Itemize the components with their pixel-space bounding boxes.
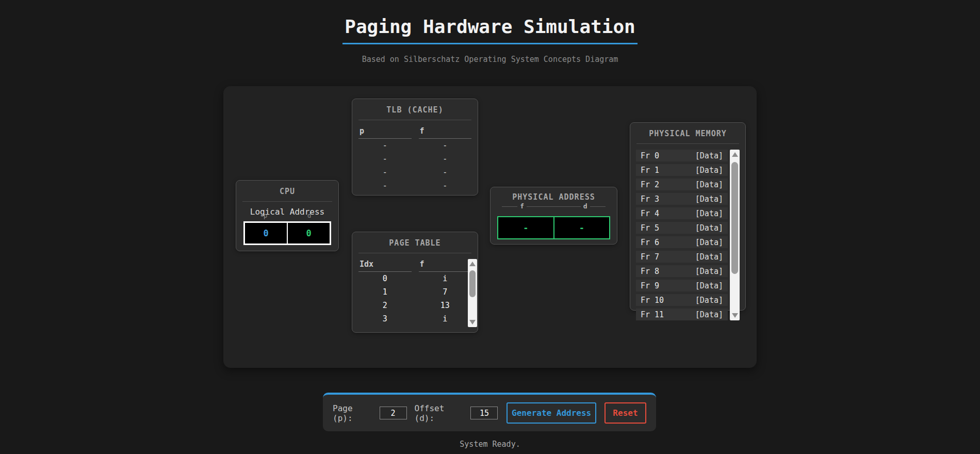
memory-frame-row: Fr 3 [Data]: [636, 193, 728, 205]
frame-label: Fr 4: [641, 209, 659, 218]
frame-label: Fr 10: [641, 296, 664, 305]
frame-data: [Data]: [695, 180, 723, 189]
page-table: Idx 0123 f i713i: [352, 258, 478, 326]
page-table-header-f: f: [419, 258, 472, 272]
control-bar: Page (p): Offset (d): Generate Address R…: [323, 393, 656, 431]
generate-address-button[interactable]: Generate Address: [507, 402, 596, 424]
offset-input-label: Offset (d):: [415, 403, 467, 423]
memory-frame-row: Fr 2 [Data]: [636, 179, 728, 190]
frame-data: [Data]: [695, 267, 723, 276]
page-table-column-idx: Idx 0123: [358, 258, 412, 326]
scrollbar-thumb[interactable]: [469, 270, 476, 297]
d-field-label: d: [554, 202, 617, 210]
memory-frame-row: Fr 9 [Data]: [636, 280, 728, 291]
divider: [636, 143, 739, 144]
memory-frame-row: Fr 8 [Data]: [636, 265, 728, 277]
frame-label: Fr 8: [641, 267, 659, 276]
physical-address-title: PHYSICAL ADDRESS: [491, 187, 617, 202]
logical-address-box: 0 0: [243, 221, 331, 245]
scroll-up-icon[interactable]: [469, 262, 476, 266]
physical-memory-panel: PHYSICAL MEMORY Fr 0 [Data] Fr 1 [Data] …: [630, 122, 746, 311]
physical-memory-list: Fr 0 [Data] Fr 1 [Data] Fr 2 [Data] Fr 3…: [636, 150, 728, 323]
frame-data: [Data]: [695, 238, 723, 247]
reset-button[interactable]: Reset: [605, 402, 646, 424]
frame-data: [Data]: [695, 223, 723, 233]
frame-label: Fr 6: [641, 238, 659, 247]
page-table-idx-cells: 0123: [358, 272, 412, 326]
tlb-cell: -: [358, 152, 412, 166]
tlb-title: TLB (CACHE): [352, 99, 478, 115]
tlb-cell: -: [358, 179, 412, 192]
frame-label: Fr 5: [641, 223, 659, 233]
tlb-cell: -: [419, 152, 472, 166]
frame-label: Fr 0: [641, 151, 659, 160]
frame-data: [Data]: [695, 281, 723, 290]
memory-frame-row: Fr 4 [Data]: [636, 207, 728, 219]
tlb-cell: -: [419, 166, 472, 179]
status-text: System Ready.: [0, 440, 980, 449]
page-subtitle: Based on Silberschatz Operating System C…: [0, 55, 980, 64]
page-title: Paging Hardware Simulation: [342, 15, 638, 44]
frame-label: Fr 2: [641, 180, 659, 189]
page-table-f-cells: i713i: [419, 272, 472, 326]
physical-address-box: - -: [497, 216, 610, 239]
header: Paging Hardware Simulation Based on Silb…: [0, 0, 980, 64]
tlb-cell: -: [358, 139, 412, 152]
page-table-cell: 0: [358, 272, 412, 285]
memory-frame-row: Fr 5 [Data]: [636, 222, 728, 234]
divider: [358, 120, 471, 120]
frame-data: [Data]: [695, 151, 723, 160]
physical-memory-scrollbar[interactable]: [730, 150, 740, 320]
scroll-down-icon[interactable]: [732, 313, 738, 318]
offset-input[interactable]: [470, 407, 498, 419]
tlb-p-cells: ----: [358, 139, 412, 192]
page-table-scrollbar[interactable]: [468, 259, 477, 327]
page-input[interactable]: [380, 407, 407, 419]
scroll-up-icon[interactable]: [732, 152, 738, 157]
f-field-label: f: [491, 202, 554, 210]
page-table-cell: 1: [358, 285, 412, 299]
memory-frame-row: Fr 7 [Data]: [636, 251, 728, 263]
page-table-cell: i: [419, 312, 472, 326]
frame-data: [Data]: [695, 296, 723, 305]
page-table-cell: 2: [358, 299, 412, 312]
page-table-cell: 7: [419, 285, 472, 299]
frame-data: [Data]: [695, 209, 723, 218]
physical-address-f-value: -: [498, 217, 554, 238]
frame-label: Fr 3: [641, 194, 659, 204]
tlb-cell: -: [419, 139, 472, 152]
tlb-header-f: f: [419, 125, 472, 139]
frame-data: [Data]: [695, 166, 723, 175]
logical-address-p-value: 0: [245, 223, 288, 244]
frame-label: Fr 7: [641, 252, 659, 262]
memory-frame-row: Fr 0 [Data]: [636, 150, 728, 161]
divider: [358, 253, 471, 253]
page-table-title: PAGE TABLE: [352, 232, 478, 248]
scroll-down-icon[interactable]: [469, 320, 476, 325]
cpu-title: CPU: [236, 181, 338, 196]
page-input-label: Page (p):: [333, 403, 375, 423]
physical-memory-title: PHYSICAL MEMORY: [630, 123, 745, 138]
frame-data: [Data]: [695, 310, 723, 319]
simulation-stage: CPU Logical Address p d 0 0 TLB (CACHE) …: [223, 86, 757, 368]
physical-address-d-value: -: [554, 217, 610, 238]
tlb-table: p ---- f ----: [352, 125, 478, 192]
memory-frame-row: Fr 11 [Data]: [636, 309, 728, 320]
logical-address-d-value: 0: [288, 223, 330, 244]
frame-label: Fr 11: [641, 310, 664, 319]
tlb-f-cells: ----: [419, 139, 472, 192]
frame-label: Fr 9: [641, 281, 659, 290]
page-table-cell: 3: [358, 312, 412, 326]
page-table-column-f: f i713i: [419, 258, 472, 326]
page-table-header-idx: Idx: [358, 258, 412, 272]
scrollbar-thumb[interactable]: [731, 162, 738, 274]
frame-label: Fr 1: [641, 166, 659, 175]
tlb-panel: TLB (CACHE) p ---- f ----: [352, 99, 478, 196]
memory-frame-row: Fr 1 [Data]: [636, 164, 728, 176]
page-table-cell: i: [419, 272, 472, 285]
memory-frame-row: Fr 10 [Data]: [636, 294, 728, 306]
frame-data: [Data]: [695, 252, 723, 262]
page-table-panel: PAGE TABLE Idx 0123 f i713i: [352, 232, 478, 333]
tlb-cell: -: [419, 179, 472, 192]
cpu-panel: CPU Logical Address p d 0 0: [236, 180, 339, 251]
